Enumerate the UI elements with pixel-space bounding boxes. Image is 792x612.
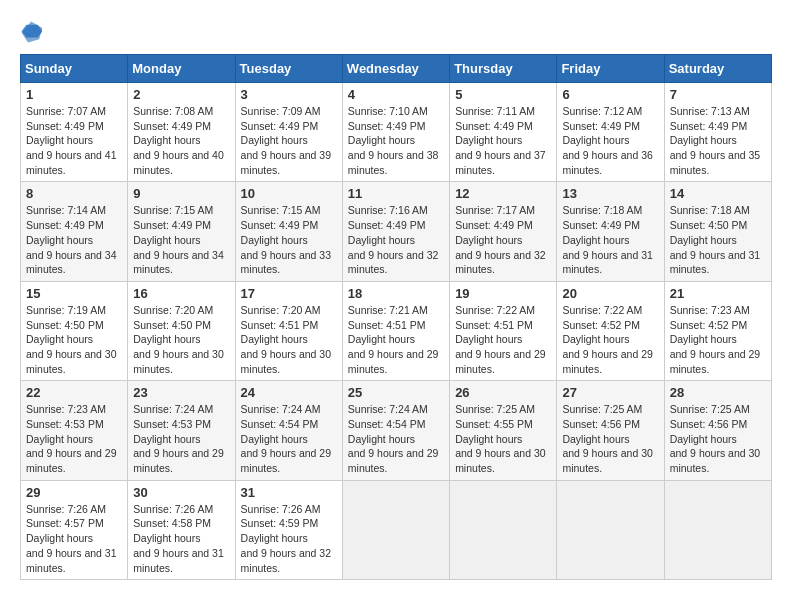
cell-info: Sunrise: 7:18 AMSunset: 4:50 PMDaylight … — [670, 204, 761, 275]
cell-info: Sunrise: 7:22 AMSunset: 4:52 PMDaylight … — [562, 304, 653, 375]
calendar-cell: 21Sunrise: 7:23 AMSunset: 4:52 PMDayligh… — [664, 281, 771, 380]
week-row-4: 22Sunrise: 7:23 AMSunset: 4:53 PMDayligh… — [21, 381, 772, 480]
week-row-1: 1Sunrise: 7:07 AMSunset: 4:49 PMDaylight… — [21, 83, 772, 182]
cell-info: Sunrise: 7:15 AMSunset: 4:49 PMDaylight … — [241, 204, 332, 275]
calendar-cell: 4Sunrise: 7:10 AMSunset: 4:49 PMDaylight… — [342, 83, 449, 182]
calendar-cell: 18Sunrise: 7:21 AMSunset: 4:51 PMDayligh… — [342, 281, 449, 380]
day-number: 2 — [133, 87, 229, 102]
day-header-wednesday: Wednesday — [342, 55, 449, 83]
day-number: 18 — [348, 286, 444, 301]
day-number: 19 — [455, 286, 551, 301]
day-number: 16 — [133, 286, 229, 301]
header-row: SundayMondayTuesdayWednesdayThursdayFrid… — [21, 55, 772, 83]
cell-info: Sunrise: 7:25 AMSunset: 4:56 PMDaylight … — [670, 403, 761, 474]
cell-info: Sunrise: 7:09 AMSunset: 4:49 PMDaylight … — [241, 105, 332, 176]
calendar-cell: 28Sunrise: 7:25 AMSunset: 4:56 PMDayligh… — [664, 381, 771, 480]
calendar-cell: 12Sunrise: 7:17 AMSunset: 4:49 PMDayligh… — [450, 182, 557, 281]
week-row-2: 8Sunrise: 7:14 AMSunset: 4:49 PMDaylight… — [21, 182, 772, 281]
calendar-cell: 2Sunrise: 7:08 AMSunset: 4:49 PMDaylight… — [128, 83, 235, 182]
cell-info: Sunrise: 7:21 AMSunset: 4:51 PMDaylight … — [348, 304, 439, 375]
calendar-cell: 6Sunrise: 7:12 AMSunset: 4:49 PMDaylight… — [557, 83, 664, 182]
day-number: 12 — [455, 186, 551, 201]
cell-info: Sunrise: 7:13 AMSunset: 4:49 PMDaylight … — [670, 105, 761, 176]
day-header-tuesday: Tuesday — [235, 55, 342, 83]
calendar-cell: 19Sunrise: 7:22 AMSunset: 4:51 PMDayligh… — [450, 281, 557, 380]
cell-info: Sunrise: 7:15 AMSunset: 4:49 PMDaylight … — [133, 204, 224, 275]
calendar-cell: 15Sunrise: 7:19 AMSunset: 4:50 PMDayligh… — [21, 281, 128, 380]
calendar-cell: 20Sunrise: 7:22 AMSunset: 4:52 PMDayligh… — [557, 281, 664, 380]
day-number: 14 — [670, 186, 766, 201]
calendar-cell: 24Sunrise: 7:24 AMSunset: 4:54 PMDayligh… — [235, 381, 342, 480]
calendar-cell: 10Sunrise: 7:15 AMSunset: 4:49 PMDayligh… — [235, 182, 342, 281]
cell-info: Sunrise: 7:10 AMSunset: 4:49 PMDaylight … — [348, 105, 439, 176]
calendar-cell: 3Sunrise: 7:09 AMSunset: 4:49 PMDaylight… — [235, 83, 342, 182]
cell-info: Sunrise: 7:20 AMSunset: 4:51 PMDaylight … — [241, 304, 332, 375]
calendar-table: SundayMondayTuesdayWednesdayThursdayFrid… — [20, 54, 772, 580]
cell-info: Sunrise: 7:25 AMSunset: 4:56 PMDaylight … — [562, 403, 653, 474]
cell-info: Sunrise: 7:24 AMSunset: 4:54 PMDaylight … — [348, 403, 439, 474]
day-number: 9 — [133, 186, 229, 201]
cell-info: Sunrise: 7:07 AMSunset: 4:49 PMDaylight … — [26, 105, 117, 176]
cell-info: Sunrise: 7:23 AMSunset: 4:53 PMDaylight … — [26, 403, 117, 474]
svg-marker-1 — [22, 22, 43, 43]
day-header-saturday: Saturday — [664, 55, 771, 83]
week-row-3: 15Sunrise: 7:19 AMSunset: 4:50 PMDayligh… — [21, 281, 772, 380]
cell-info: Sunrise: 7:26 AMSunset: 4:58 PMDaylight … — [133, 503, 224, 574]
day-number: 27 — [562, 385, 658, 400]
week-row-5: 29Sunrise: 7:26 AMSunset: 4:57 PMDayligh… — [21, 480, 772, 579]
calendar-cell — [664, 480, 771, 579]
calendar-cell: 22Sunrise: 7:23 AMSunset: 4:53 PMDayligh… — [21, 381, 128, 480]
cell-info: Sunrise: 7:08 AMSunset: 4:49 PMDaylight … — [133, 105, 224, 176]
logo-icon — [20, 20, 44, 44]
day-number: 8 — [26, 186, 122, 201]
day-number: 10 — [241, 186, 337, 201]
calendar-cell: 13Sunrise: 7:18 AMSunset: 4:49 PMDayligh… — [557, 182, 664, 281]
day-header-thursday: Thursday — [450, 55, 557, 83]
day-number: 13 — [562, 186, 658, 201]
day-number: 22 — [26, 385, 122, 400]
cell-info: Sunrise: 7:23 AMSunset: 4:52 PMDaylight … — [670, 304, 761, 375]
cell-info: Sunrise: 7:22 AMSunset: 4:51 PMDaylight … — [455, 304, 546, 375]
cell-info: Sunrise: 7:26 AMSunset: 4:59 PMDaylight … — [241, 503, 332, 574]
day-number: 31 — [241, 485, 337, 500]
calendar-cell: 17Sunrise: 7:20 AMSunset: 4:51 PMDayligh… — [235, 281, 342, 380]
day-header-friday: Friday — [557, 55, 664, 83]
calendar-cell: 16Sunrise: 7:20 AMSunset: 4:50 PMDayligh… — [128, 281, 235, 380]
cell-info: Sunrise: 7:18 AMSunset: 4:49 PMDaylight … — [562, 204, 653, 275]
calendar-cell: 31Sunrise: 7:26 AMSunset: 4:59 PMDayligh… — [235, 480, 342, 579]
calendar-cell — [342, 480, 449, 579]
cell-info: Sunrise: 7:24 AMSunset: 4:53 PMDaylight … — [133, 403, 224, 474]
day-number: 1 — [26, 87, 122, 102]
header — [20, 20, 772, 44]
day-number: 6 — [562, 87, 658, 102]
cell-info: Sunrise: 7:12 AMSunset: 4:49 PMDaylight … — [562, 105, 653, 176]
calendar-cell: 27Sunrise: 7:25 AMSunset: 4:56 PMDayligh… — [557, 381, 664, 480]
cell-info: Sunrise: 7:14 AMSunset: 4:49 PMDaylight … — [26, 204, 117, 275]
calendar-cell: 9Sunrise: 7:15 AMSunset: 4:49 PMDaylight… — [128, 182, 235, 281]
day-number: 17 — [241, 286, 337, 301]
calendar-cell: 29Sunrise: 7:26 AMSunset: 4:57 PMDayligh… — [21, 480, 128, 579]
calendar-cell: 26Sunrise: 7:25 AMSunset: 4:55 PMDayligh… — [450, 381, 557, 480]
day-number: 26 — [455, 385, 551, 400]
day-number: 24 — [241, 385, 337, 400]
calendar-cell: 1Sunrise: 7:07 AMSunset: 4:49 PMDaylight… — [21, 83, 128, 182]
cell-info: Sunrise: 7:20 AMSunset: 4:50 PMDaylight … — [133, 304, 224, 375]
day-number: 28 — [670, 385, 766, 400]
day-number: 3 — [241, 87, 337, 102]
cell-info: Sunrise: 7:11 AMSunset: 4:49 PMDaylight … — [455, 105, 546, 176]
day-number: 25 — [348, 385, 444, 400]
logo — [20, 20, 48, 44]
day-number: 5 — [455, 87, 551, 102]
day-number: 29 — [26, 485, 122, 500]
day-number: 23 — [133, 385, 229, 400]
cell-info: Sunrise: 7:16 AMSunset: 4:49 PMDaylight … — [348, 204, 439, 275]
cell-info: Sunrise: 7:25 AMSunset: 4:55 PMDaylight … — [455, 403, 546, 474]
calendar-cell: 14Sunrise: 7:18 AMSunset: 4:50 PMDayligh… — [664, 182, 771, 281]
day-header-sunday: Sunday — [21, 55, 128, 83]
cell-info: Sunrise: 7:26 AMSunset: 4:57 PMDaylight … — [26, 503, 117, 574]
cell-info: Sunrise: 7:19 AMSunset: 4:50 PMDaylight … — [26, 304, 117, 375]
day-header-monday: Monday — [128, 55, 235, 83]
cell-info: Sunrise: 7:24 AMSunset: 4:54 PMDaylight … — [241, 403, 332, 474]
day-number: 7 — [670, 87, 766, 102]
day-number: 15 — [26, 286, 122, 301]
